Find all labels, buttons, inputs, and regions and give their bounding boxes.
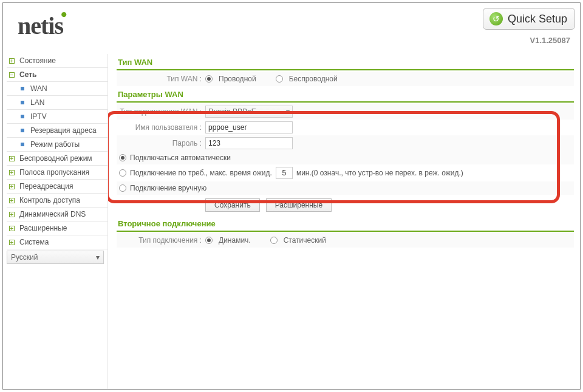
save-button[interactable]: Сохранить: [205, 198, 260, 212]
version-label: V1.1.25087: [530, 36, 570, 45]
sidebar-item-bandwidth[interactable]: Полоса пропускания: [7, 166, 107, 180]
expand-icon: [9, 198, 15, 203]
secondary-static-label: Статический: [284, 236, 326, 245]
quick-setup-button[interactable]: ↺ Quick Setup: [483, 8, 575, 30]
sidebar-item-access-control[interactable]: Контроль доступа: [7, 194, 107, 208]
conn-mode-auto-radio[interactable]: [119, 154, 126, 161]
sidebar-item-forwarding[interactable]: Переадресация: [7, 180, 107, 194]
main-content: Тип WAN Тип WAN : Проводной Беспроводной…: [107, 54, 580, 389]
chevron-down-icon: ▾: [286, 107, 290, 116]
bullet-icon: [20, 100, 26, 106]
section-wan-params-title: Параметры WAN: [117, 86, 574, 103]
section-secondary-title: Вторичное подключение: [117, 215, 574, 232]
wan-type-wired-radio[interactable]: [205, 75, 213, 83]
username-label: Имя пользователя :: [117, 123, 205, 132]
conn-type-select[interactable]: Russia PPPoE ▾: [205, 106, 293, 118]
wan-type-label: Тип WAN :: [117, 75, 205, 83]
expand-icon: [9, 240, 15, 245]
username-input[interactable]: [205, 121, 293, 133]
sidebar-subitem-lan[interactable]: LAN: [7, 96, 107, 110]
expand-icon: [9, 170, 15, 175]
password-label: Пароль :: [117, 139, 205, 147]
brand-logo: netis•: [18, 12, 69, 40]
conn-mode-manual-radio[interactable]: [119, 184, 126, 192]
conn-mode-auto-label: Подключаться автоматически: [130, 154, 231, 162]
secondary-dynamic-label: Динамич.: [219, 236, 251, 245]
collapse-icon: [9, 72, 15, 78]
bullet-icon: [20, 114, 26, 120]
sidebar-item-wireless[interactable]: Беспроводной режим: [7, 152, 107, 166]
secondary-conn-label: Тип подключения :: [117, 236, 205, 245]
conn-mode-manual-label: Подключение вручную: [130, 184, 206, 192]
quick-setup-label: Quick Setup: [508, 13, 567, 25]
secondary-dynamic-radio[interactable]: [205, 237, 213, 244]
expand-icon: [9, 212, 15, 217]
sidebar: Состояние Сеть WAN LAN IPTV Резервация а…: [3, 54, 107, 389]
sidebar-item-network[interactable]: Сеть: [7, 68, 107, 82]
bullet-icon: [20, 142, 26, 147]
bullet-icon: [20, 128, 26, 133]
wan-type-wireless-label: Беспроводной: [289, 75, 338, 83]
sidebar-item-ddns[interactable]: Динамический DNS: [7, 208, 107, 221]
conn-mode-demand-post: мин.(0 означ., что устр-во не перех. в р…: [296, 169, 463, 177]
sidebar-subitem-wan[interactable]: WAN: [7, 82, 107, 96]
section-wan-type-title: Тип WAN: [117, 54, 574, 70]
sidebar-item-system[interactable]: Система: [7, 235, 107, 249]
conn-mode-demand-radio[interactable]: [119, 169, 126, 177]
conn-type-label: Тип подключения WAN :: [117, 107, 205, 116]
conn-mode-demand-pre: Подключение по треб., макс. время ожид.: [130, 169, 272, 177]
sidebar-subitem-operation-mode[interactable]: Режим работы: [7, 138, 107, 152]
advanced-button[interactable]: Расширенные: [266, 198, 332, 212]
sidebar-subitem-iptv[interactable]: IPTV: [7, 110, 107, 124]
expand-icon: [9, 156, 15, 161]
expand-icon: [9, 58, 15, 64]
expand-icon: [9, 226, 15, 231]
sidebar-subitem-address-reservation[interactable]: Резервация адреса: [7, 124, 107, 138]
wan-type-wired-label: Проводной: [219, 75, 256, 83]
wan-type-wireless-radio[interactable]: [276, 75, 283, 83]
sidebar-item-status[interactable]: Состояние: [7, 54, 107, 68]
language-select[interactable]: Русский ▾: [7, 251, 104, 264]
chevron-down-icon: ▾: [96, 253, 100, 262]
idle-time-input[interactable]: [276, 167, 293, 179]
quick-setup-icon: ↺: [489, 12, 503, 25]
expand-icon: [9, 184, 15, 189]
sidebar-item-advanced[interactable]: Расширенные: [7, 221, 107, 235]
password-input[interactable]: [205, 137, 293, 149]
bullet-icon: [20, 86, 26, 92]
secondary-static-radio[interactable]: [270, 237, 278, 244]
